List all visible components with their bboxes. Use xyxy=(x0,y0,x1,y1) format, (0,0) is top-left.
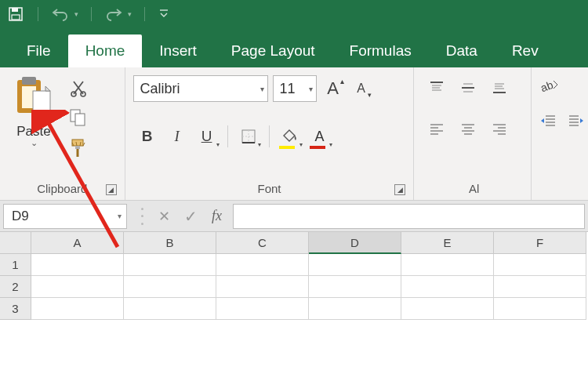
chevron-down-icon: ▾ xyxy=(256,85,264,93)
svg-rect-13 xyxy=(75,146,80,149)
svg-rect-12 xyxy=(72,140,83,146)
tab-file[interactable]: File xyxy=(9,34,68,67)
align-top-icon[interactable] xyxy=(425,77,448,99)
col-header-d[interactable]: D xyxy=(309,232,401,254)
align-bottom-icon[interactable] xyxy=(488,77,511,99)
row-header-1[interactable]: 1 xyxy=(0,254,31,276)
svg-rect-1 xyxy=(12,8,18,12)
cell[interactable] xyxy=(309,298,401,320)
copy-icon[interactable] xyxy=(67,107,89,129)
tab-data[interactable]: Data xyxy=(429,34,495,67)
cell[interactable] xyxy=(494,276,586,298)
paste-icon[interactable] xyxy=(14,75,53,122)
redo-icon[interactable] xyxy=(104,5,123,24)
title-bar: ▾ ▾ xyxy=(0,0,588,28)
cell[interactable] xyxy=(216,276,309,298)
cut-icon[interactable] xyxy=(67,77,89,99)
clipboard-launcher-icon[interactable]: ◢ xyxy=(106,184,117,195)
align-left-icon[interactable] xyxy=(425,118,448,140)
cell[interactable] xyxy=(124,254,216,276)
customize-qat-icon[interactable] xyxy=(158,5,170,24)
svg-rect-2 xyxy=(12,15,20,20)
tab-insert[interactable]: Insert xyxy=(142,34,214,67)
cell[interactable] xyxy=(31,276,124,298)
svg-rect-7 xyxy=(33,91,50,114)
cell[interactable] xyxy=(124,298,216,320)
decrease-font-icon[interactable]: A▾ xyxy=(350,75,373,102)
separator xyxy=(269,125,270,147)
cell[interactable] xyxy=(401,254,494,276)
borders-icon[interactable]: ▾ xyxy=(234,122,263,151)
quick-access-toolbar: ▾ ▾ xyxy=(6,5,170,24)
align-center-icon[interactable] xyxy=(456,118,480,140)
underline-button[interactable]: U▾ xyxy=(193,122,221,151)
tab-page-layout[interactable]: Page Layout xyxy=(214,34,332,67)
cell[interactable] xyxy=(309,254,401,276)
tab-review[interactable]: Rev xyxy=(495,34,543,67)
undo-icon[interactable] xyxy=(51,5,70,24)
cell[interactable] xyxy=(216,298,309,320)
chevron-down-icon: ▾ xyxy=(304,85,313,93)
font-name-value: Calibri xyxy=(140,81,180,97)
col-header-b[interactable]: B xyxy=(124,232,216,254)
font-name-combo[interactable]: Calibri ▾ xyxy=(133,75,268,102)
cell[interactable] xyxy=(401,276,494,298)
cell[interactable] xyxy=(124,276,216,298)
group-font: Calibri ▾ 11 ▾ A▴ A▾ B I U▾ xyxy=(125,67,415,200)
svg-rect-5 xyxy=(22,77,36,85)
cell[interactable] xyxy=(494,254,586,276)
name-box[interactable]: D9 ▾ xyxy=(3,204,127,229)
col-header-f[interactable]: F xyxy=(494,232,586,254)
col-header-a[interactable]: A xyxy=(31,232,124,254)
drag-handle-icon[interactable] xyxy=(141,208,144,225)
fill-color-icon[interactable]: ▾ xyxy=(276,122,304,151)
cancel-icon[interactable]: ✕ xyxy=(158,208,170,225)
cell[interactable] xyxy=(31,298,124,320)
group-clipboard: Paste ⌄ Clipboard ◢ xyxy=(0,67,125,200)
row-header-2[interactable]: 2 xyxy=(0,276,31,298)
paste-label[interactable]: Paste xyxy=(16,124,50,140)
font-size-combo[interactable]: 11 ▾ xyxy=(273,75,317,102)
save-icon[interactable] xyxy=(6,5,25,24)
align-right-icon[interactable] xyxy=(488,118,511,140)
redo-dropdown-icon[interactable]: ▾ xyxy=(128,10,132,18)
undo-dropdown-icon[interactable]: ▾ xyxy=(74,10,78,18)
tab-formulas[interactable]: Formulas xyxy=(332,34,429,67)
italic-button[interactable]: I xyxy=(163,122,191,151)
qat-divider-2 xyxy=(91,7,92,21)
cell[interactable] xyxy=(401,298,494,320)
formula-input[interactable] xyxy=(233,204,585,229)
chevron-down-icon: ▾ xyxy=(118,212,122,220)
enter-icon[interactable]: ✓ xyxy=(184,207,198,226)
decrease-indent-icon[interactable] xyxy=(536,110,560,132)
insert-function-icon[interactable]: fx xyxy=(212,208,222,224)
bold-button[interactable]: B xyxy=(133,122,162,151)
col-header-e[interactable]: E xyxy=(401,232,494,254)
font-color-icon[interactable]: A ▾ xyxy=(306,122,334,151)
cell[interactable] xyxy=(31,254,124,276)
paste-dropdown-icon[interactable]: ⌄ xyxy=(31,138,38,148)
col-header-c[interactable]: C xyxy=(216,232,309,254)
formula-bar: D9 ▾ ✕ ✓ fx xyxy=(0,201,588,232)
ribbon-tabs: File Home Insert Page Layout Formulas Da… xyxy=(0,28,588,67)
cell[interactable] xyxy=(309,276,401,298)
row-header-3[interactable]: 3 xyxy=(0,298,31,320)
increase-font-icon[interactable]: A▴ xyxy=(321,75,345,102)
cell-reference: D9 xyxy=(12,209,29,224)
orientation-icon[interactable]: ab xyxy=(536,75,563,97)
group-alignment-extra: ab xyxy=(532,67,588,200)
group-alignment: Al xyxy=(414,67,532,200)
cell[interactable] xyxy=(494,298,586,320)
increase-indent-icon[interactable] xyxy=(564,110,588,132)
tab-home[interactable]: Home xyxy=(68,34,143,67)
qat-divider xyxy=(38,7,38,21)
ribbon: Paste ⌄ Clipboard ◢ xyxy=(0,67,588,201)
font-launcher-icon[interactable]: ◢ xyxy=(394,184,405,195)
cell[interactable] xyxy=(216,254,309,276)
select-all-corner[interactable] xyxy=(0,232,31,254)
group-label-alignment: Al xyxy=(425,180,523,198)
align-middle-icon[interactable] xyxy=(456,77,480,99)
svg-rect-11 xyxy=(75,114,85,125)
font-size-value: 11 xyxy=(280,81,296,97)
format-painter-icon[interactable] xyxy=(67,136,89,158)
